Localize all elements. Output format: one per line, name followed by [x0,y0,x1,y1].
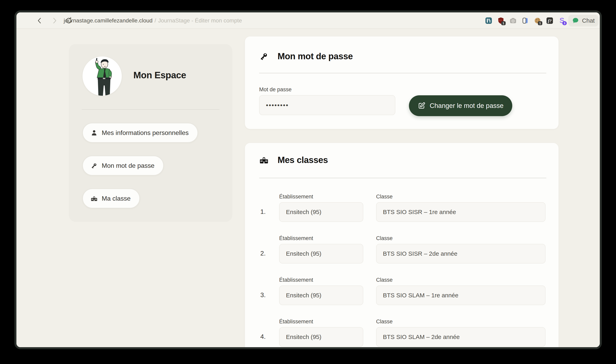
etablissement-field-group: Établissement [279,277,363,305]
chevron-left-icon [36,17,44,25]
chat-button-label: Chat [582,17,595,24]
avatar-illustration [82,56,122,96]
classe-field-group: Classe [376,277,546,305]
profile-card: Mon Espace Mes informations personnelles… [69,44,232,222]
row-number: 3. [260,291,266,299]
chat-bubble-icon [572,17,579,24]
classes-card-title: Mes classes [277,155,328,165]
class-row: 4. Établissement Classe [245,319,559,349]
school-icon [91,195,98,202]
password-card: Mon mot de passe Mot de passe Changer le… [245,37,559,129]
classes-card-header: Mes classes [259,155,328,165]
class-row: 1. Établissement Classe [245,194,559,226]
avatar [82,56,122,96]
extension-phone-icon[interactable] [521,17,529,25]
address-bar[interactable]: journastage.camillefezandelle.cloud / Jo… [64,13,242,29]
password-input[interactable] [259,95,395,115]
sidebar-item-label: Ma classe [102,195,131,202]
sidebar-item-password[interactable]: Mon mot de passe [82,156,164,175]
extension-shield-icon[interactable]: 1 [497,17,505,25]
password-field-label: Mot de passe [259,87,395,93]
classe-input[interactable] [376,244,546,263]
etablissement-field-group: Établissement [279,194,363,222]
url-separator: / [155,17,156,24]
classe-label: Classe [376,277,546,283]
back-button[interactable] [36,17,44,25]
sidebar-item-label: Mes informations personnelles [102,129,189,137]
class-row: 3. Établissement Classe [245,277,559,309]
shield-badge: 1 [501,21,506,25]
classe-input[interactable] [376,202,546,222]
browser-window: journastage.camillefezandelle.cloud / Jo… [14,10,602,349]
chevron-right-icon [51,17,58,25]
classe-label: Classe [376,235,546,241]
extension-stylus-icon[interactable]: S 3 [558,17,566,25]
url-domain: journastage.camillefezandelle.cloud [64,17,153,24]
etablissement-input[interactable] [279,202,363,222]
chat-button[interactable]: Chat [568,15,598,26]
etablissement-field-group: Établissement [279,235,363,263]
key-icon [259,52,269,61]
edit-icon [418,102,425,110]
fonts-icon-label: f? [548,18,551,23]
divider [82,109,220,110]
classe-field-group: Classe [376,235,546,263]
divider [259,73,546,73]
etablissement-input[interactable] [279,244,363,263]
etablissement-label: Établissement [279,194,363,200]
class-row: 2. Établissement Classe [245,235,559,267]
row-number: 1. [260,208,266,215]
sidebar-item-classe[interactable]: Ma classe [82,189,140,208]
extension-cookie-icon[interactable]: 1 [534,17,541,25]
key-icon [91,162,98,169]
password-card-title: Mon mot de passe [277,51,353,61]
etablissement-label: Établissement [279,235,363,241]
classe-label: Classe [376,319,546,325]
row-number: 4. [260,333,266,340]
classes-card: Mes classes 1. Établissement Classe 2. É… [245,143,559,349]
school-icon [259,155,269,165]
classe-input[interactable] [376,327,546,347]
etablissement-input[interactable] [279,327,363,347]
password-field-group: Mot de passe [259,87,395,115]
etablissement-input[interactable] [279,286,363,305]
extension-camera-icon[interactable] [509,17,517,25]
sidebar-item-label: Mon mot de passe [102,162,154,169]
extension-bars-icon[interactable] [485,17,493,25]
person-icon [91,129,98,136]
forward-button[interactable] [51,17,58,25]
password-card-header: Mon mot de passe [259,51,353,61]
classe-field-group: Classe [376,194,546,222]
cookie-badge: 1 [538,21,542,25]
extension-fonts-icon[interactable]: f? [546,17,554,25]
classe-input[interactable] [376,286,546,305]
page-title: Mon Espace [133,70,186,80]
change-password-button[interactable]: Changer le mot de passe [409,95,512,116]
divider [259,178,546,178]
page-content: Mon Espace Mes informations personnelles… [16,29,600,347]
etablissement-field-group: Établissement [279,319,363,347]
browser-toolbar: journastage.camillefezandelle.cloud / Jo… [16,13,600,29]
url-page-title: JournaStage - Éditer mon compte [158,17,242,24]
classe-field-group: Classe [376,319,546,347]
sidebar-item-informations[interactable]: Mes informations personnelles [82,123,198,143]
change-password-label: Changer le mot de passe [430,102,504,110]
etablissement-label: Établissement [279,319,363,325]
etablissement-label: Établissement [279,277,363,283]
stylus-badge: 3 [562,21,567,25]
classe-label: Classe [376,194,546,200]
row-number: 2. [260,250,266,257]
